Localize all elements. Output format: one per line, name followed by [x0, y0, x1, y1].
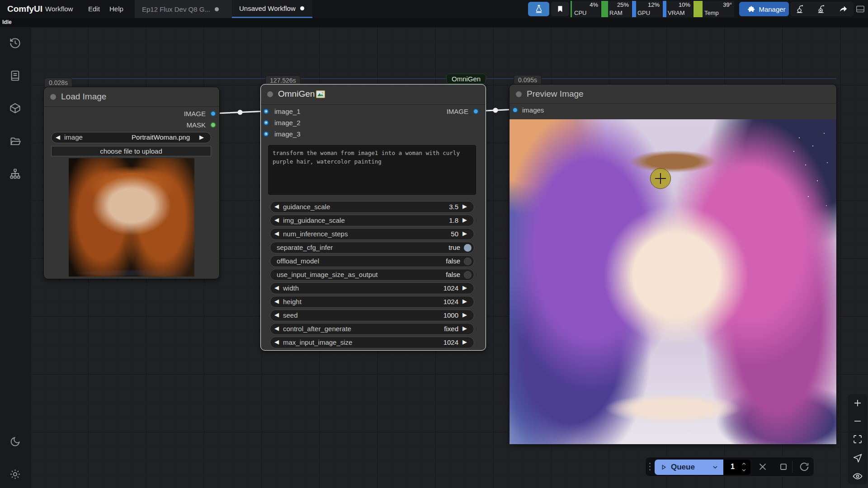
temp-value: 39° — [723, 1, 732, 8]
input-port-image2[interactable] — [263, 120, 269, 126]
decrement-icon[interactable] — [274, 284, 282, 291]
toggle-knob-icon[interactable] — [464, 244, 472, 252]
exec-time-badge: 0.028s — [44, 78, 72, 88]
bookmark-button[interactable] — [551, 2, 569, 16]
collapse-dot[interactable] — [50, 94, 56, 100]
preview-image-node[interactable]: Preview Image images — [509, 84, 837, 444]
tab-workflow-2[interactable]: Unsaved Workflow — [232, 0, 312, 18]
input-label-image3: image_3 — [274, 130, 301, 138]
node-header[interactable]: Preview Image — [509, 84, 836, 103]
output-port-mask[interactable] — [210, 122, 216, 128]
unsaved-dot-icon[interactable] — [215, 7, 219, 11]
widget-offload-model[interactable]: offload_model false — [270, 255, 474, 267]
node-library-icon[interactable] — [9, 168, 21, 180]
input-port-image1[interactable] — [263, 108, 269, 114]
menu-edit[interactable]: Edit — [88, 0, 100, 18]
output-port-image[interactable] — [473, 108, 479, 114]
generated-image-preview[interactable] — [509, 119, 836, 444]
widget-use-input-image-size-as-output[interactable]: use_input_image_size_as_output false — [270, 269, 474, 281]
node-header[interactable]: Load Image — [44, 87, 219, 106]
bookmark-icon — [556, 5, 564, 13]
ram-value: 25% — [617, 1, 629, 8]
stepper-down-icon[interactable] — [741, 467, 747, 473]
settings-gear-icon[interactable] — [9, 468, 21, 480]
app-logo[interactable]: ComfyUI — [7, 0, 42, 18]
upload-button[interactable]: choose file to upload — [51, 146, 211, 156]
stop-icon[interactable] — [778, 462, 788, 472]
collapse-dot[interactable] — [516, 91, 522, 97]
unload-models-vacuum-icon[interactable] — [796, 4, 806, 14]
widget-img-guidance-scale[interactable]: img_guidance_scale 1.8 — [270, 215, 474, 226]
unsaved-dot-icon[interactable] — [300, 6, 304, 10]
decrement-icon[interactable] — [274, 311, 282, 318]
labs-flask-button[interactable] — [528, 2, 549, 16]
prompt-textarea[interactable]: transform the woman from image1 into a w… — [268, 145, 476, 195]
increment-icon[interactable] — [462, 311, 470, 318]
left-sidebar — [0, 27, 30, 488]
output-label-image: IMAGE — [447, 108, 468, 115]
increment-icon[interactable] — [462, 338, 470, 345]
refresh-icon[interactable] — [799, 462, 809, 472]
manager-button[interactable]: Manager — [739, 2, 789, 16]
increment-icon[interactable] — [462, 203, 470, 210]
input-label-image2: image_2 — [274, 119, 301, 127]
collapse-dot[interactable] — [267, 91, 273, 97]
decrement-icon[interactable] — [274, 203, 282, 210]
tab-workflow-1[interactable]: Ep12 Flux Dev Q8 G... — [135, 0, 232, 18]
load-image-node[interactable]: Load Image IMAGE MASK image PortraitWoma… — [43, 87, 220, 279]
widget-seed[interactable]: seed 1000 — [270, 310, 474, 321]
batch-count-stepper[interactable]: 1 — [723, 460, 750, 475]
increment-icon[interactable] — [462, 325, 470, 332]
widget-separate-cfg-infer[interactable]: separate_cfg_infer true — [270, 242, 474, 253]
widget-control-after-generate[interactable]: control_after_generate fixed — [270, 323, 474, 335]
history-icon[interactable] — [9, 37, 21, 49]
widget-num-inference-steps[interactable]: num_inference_steps 50 — [270, 228, 474, 240]
increment-icon[interactable] — [462, 298, 470, 305]
chevron-down-icon[interactable] — [712, 464, 719, 471]
widget-height[interactable]: height 1024 — [270, 296, 474, 308]
play-icon — [660, 464, 667, 471]
output-port-image[interactable] — [210, 111, 216, 117]
toggle-knob-icon[interactable] — [464, 271, 472, 279]
image-combo-widget[interactable]: image PortraitWoman.png — [51, 132, 211, 143]
toggle-visibility-eye-icon[interactable] — [852, 471, 863, 482]
ram-usage-bar — [601, 1, 608, 17]
decrement-icon[interactable] — [274, 230, 282, 237]
menu-help[interactable]: Help — [109, 0, 123, 18]
bottom-panel-toggle-icon[interactable] — [855, 4, 865, 14]
increment-icon[interactable] — [462, 284, 470, 291]
logs-icon[interactable] — [9, 70, 21, 82]
select-mode-cursor-icon[interactable] — [852, 453, 863, 464]
decrement-icon[interactable] — [274, 325, 282, 332]
decrement-icon[interactable] — [274, 338, 282, 345]
node-header[interactable]: OmniGen — [261, 84, 486, 103]
input-port-images[interactable] — [512, 107, 518, 113]
theme-toggle-moon-icon[interactable] — [9, 436, 21, 448]
widget-width[interactable]: width 1024 — [270, 282, 474, 294]
queue-button[interactable]: Queue — [655, 460, 723, 475]
workflows-folder-icon[interactable] — [9, 136, 21, 148]
toggle-knob-icon[interactable] — [464, 258, 472, 265]
increment-icon[interactable] — [462, 216, 470, 223]
decrement-icon[interactable] — [274, 216, 282, 223]
omnigen-node[interactable]: OmniGen image_1 image_2 image_3 IMAGE tr… — [260, 84, 486, 351]
widget-guidance-scale[interactable]: guidance_scale 3.5 — [270, 201, 474, 213]
widget-max-input-image-size[interactable]: max_input_image_size 1024 — [270, 337, 474, 348]
fit-view-icon[interactable] — [852, 434, 863, 445]
loaded-image-thumbnail[interactable] — [69, 158, 194, 277]
zoom-in-icon[interactable] — [852, 398, 863, 408]
tab-label: Unsaved Workflow — [239, 5, 296, 12]
menu-workflow[interactable]: Workflow — [45, 0, 73, 18]
stepper-up-icon[interactable] — [741, 461, 747, 467]
cancel-icon[interactable] — [758, 462, 768, 472]
zoom-out-icon[interactable] — [852, 416, 863, 427]
combo-prev-icon[interactable] — [56, 134, 63, 141]
decrement-icon[interactable] — [274, 298, 282, 305]
share-icon[interactable] — [838, 4, 848, 14]
free-memory-vacuum-icon[interactable] — [817, 4, 827, 14]
input-port-image3[interactable] — [263, 131, 269, 137]
combo-next-icon[interactable] — [199, 134, 207, 141]
drag-handle[interactable] — [649, 463, 651, 472]
model-library-icon[interactable] — [9, 102, 21, 114]
increment-icon[interactable] — [462, 230, 470, 237]
